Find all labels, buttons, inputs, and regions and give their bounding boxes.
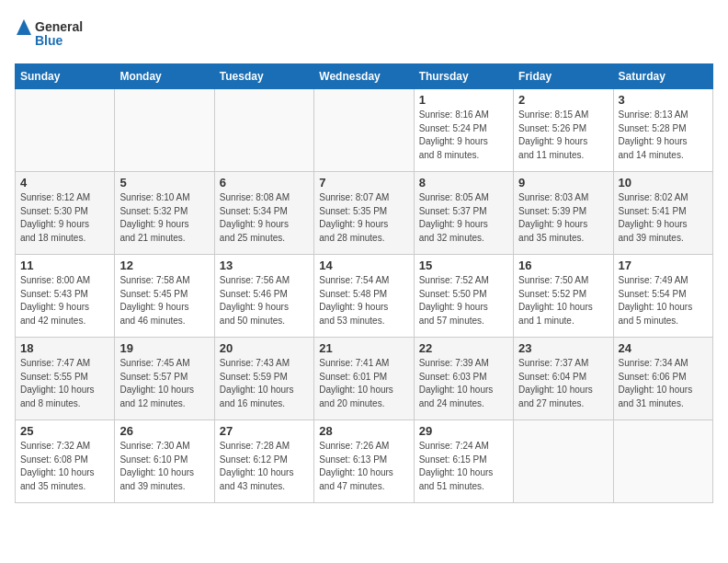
day-number: 1 [419,93,508,107]
day-number: 11 [20,259,109,272]
calendar-week-3: 11Sunrise: 8:00 AM Sunset: 5:43 PM Dayli… [16,255,713,338]
day-number: 26 [119,424,209,438]
day-info: Sunrise: 8:08 AM Sunset: 5:34 PM Dayligh… [220,191,309,245]
calendar-cell: 4Sunrise: 8:12 AM Sunset: 5:30 PM Daylig… [16,172,115,255]
day-number: 16 [518,259,608,272]
calendar-cell: 28Sunrise: 7:26 AM Sunset: 6:13 PM Dayli… [314,420,414,503]
day-number: 21 [319,341,408,355]
calendar-week-1: 1Sunrise: 8:16 AM Sunset: 5:24 PM Daylig… [16,89,713,172]
calendar-cell: 14Sunrise: 7:54 AM Sunset: 5:48 PM Dayli… [314,255,414,338]
calendar-cell: 27Sunrise: 7:28 AM Sunset: 6:12 PM Dayli… [214,420,313,503]
weekday-header-monday: Monday [115,64,214,89]
calendar-week-2: 4Sunrise: 8:12 AM Sunset: 5:30 PM Daylig… [16,172,713,255]
svg-marker-2 [17,19,31,35]
day-number: 24 [619,341,708,355]
calendar-cell: 1Sunrise: 8:16 AM Sunset: 5:24 PM Daylig… [414,89,513,172]
weekday-header-wednesday: Wednesday [314,64,414,89]
calendar-cell: 12Sunrise: 7:58 AM Sunset: 5:45 PM Dayli… [115,255,214,338]
day-number: 2 [518,93,608,107]
logo-svg: General Blue [15,15,88,56]
logo: General Blue [15,15,88,56]
day-info: Sunrise: 8:03 AM Sunset: 5:39 PM Dayligh… [518,191,608,245]
calendar-cell: 19Sunrise: 7:45 AM Sunset: 5:57 PM Dayli… [115,338,214,420]
day-number: 6 [220,176,309,190]
day-number: 5 [119,176,209,190]
day-number: 13 [220,259,309,272]
day-info: Sunrise: 8:00 AM Sunset: 5:43 PM Dayligh… [20,274,109,327]
calendar-cell: 22Sunrise: 7:39 AM Sunset: 6:03 PM Dayli… [414,338,513,420]
day-info: Sunrise: 7:34 AM Sunset: 6:06 PM Dayligh… [619,357,708,410]
calendar-week-5: 25Sunrise: 7:32 AM Sunset: 6:08 PM Dayli… [16,420,713,503]
day-info: Sunrise: 7:45 AM Sunset: 5:57 PM Dayligh… [119,357,209,410]
day-number: 19 [119,341,209,355]
calendar-cell: 23Sunrise: 7:37 AM Sunset: 6:04 PM Dayli… [514,338,613,420]
calendar-cell: 13Sunrise: 7:56 AM Sunset: 5:46 PM Dayli… [214,255,313,338]
svg-text:Blue: Blue [35,33,63,48]
day-info: Sunrise: 7:43 AM Sunset: 5:59 PM Dayligh… [220,357,309,410]
calendar-cell: 3Sunrise: 8:13 AM Sunset: 5:28 PM Daylig… [613,89,712,172]
calendar-cell: 5Sunrise: 8:10 AM Sunset: 5:32 PM Daylig… [115,172,214,255]
day-number: 12 [119,259,209,272]
calendar-cell: 6Sunrise: 8:08 AM Sunset: 5:34 PM Daylig… [214,172,313,255]
day-info: Sunrise: 8:13 AM Sunset: 5:28 PM Dayligh… [619,109,708,162]
day-number: 27 [220,424,309,438]
calendar-cell: 20Sunrise: 7:43 AM Sunset: 5:59 PM Dayli… [214,338,313,420]
day-number: 14 [319,259,408,272]
calendar-table: SundayMondayTuesdayWednesdayThursdayFrid… [15,63,713,503]
calendar-cell: 11Sunrise: 8:00 AM Sunset: 5:43 PM Dayli… [16,255,115,338]
day-number: 7 [319,176,408,190]
day-info: Sunrise: 7:37 AM Sunset: 6:04 PM Dayligh… [518,357,608,410]
calendar-cell: 2Sunrise: 8:15 AM Sunset: 5:26 PM Daylig… [514,89,613,172]
weekday-header-tuesday: Tuesday [214,64,313,89]
calendar-cell: 7Sunrise: 8:07 AM Sunset: 5:35 PM Daylig… [314,172,414,255]
day-info: Sunrise: 8:10 AM Sunset: 5:32 PM Dayligh… [119,191,209,245]
day-info: Sunrise: 7:47 AM Sunset: 5:55 PM Dayligh… [20,357,109,410]
calendar-cell [16,89,115,172]
page-header: General Blue [15,15,713,56]
calendar-cell: 29Sunrise: 7:24 AM Sunset: 6:15 PM Dayli… [414,420,513,503]
calendar-cell [115,89,214,172]
calendar-cell [514,420,613,503]
day-number: 10 [619,176,708,190]
day-number: 18 [20,341,109,355]
weekday-header-thursday: Thursday [414,64,513,89]
day-number: 9 [518,176,608,190]
calendar-cell [613,420,712,503]
day-info: Sunrise: 7:24 AM Sunset: 6:15 PM Dayligh… [419,440,508,493]
day-number: 29 [419,424,508,438]
day-info: Sunrise: 7:49 AM Sunset: 5:54 PM Dayligh… [619,274,708,327]
calendar-cell: 16Sunrise: 7:50 AM Sunset: 5:52 PM Dayli… [514,255,613,338]
calendar-cell: 21Sunrise: 7:41 AM Sunset: 6:01 PM Dayli… [314,338,414,420]
svg-text:General: General [35,19,83,34]
day-number: 8 [419,176,508,190]
day-info: Sunrise: 7:58 AM Sunset: 5:45 PM Dayligh… [119,274,209,327]
calendar-cell: 18Sunrise: 7:47 AM Sunset: 5:55 PM Dayli… [16,338,115,420]
calendar-cell: 15Sunrise: 7:52 AM Sunset: 5:50 PM Dayli… [414,255,513,338]
day-info: Sunrise: 7:52 AM Sunset: 5:50 PM Dayligh… [419,274,508,327]
day-number: 15 [419,259,508,272]
day-info: Sunrise: 8:15 AM Sunset: 5:26 PM Dayligh… [518,109,608,162]
calendar-week-4: 18Sunrise: 7:47 AM Sunset: 5:55 PM Dayli… [16,338,713,420]
day-info: Sunrise: 8:05 AM Sunset: 5:37 PM Dayligh… [419,191,508,245]
day-number: 17 [619,259,708,272]
day-number: 23 [518,341,608,355]
day-info: Sunrise: 7:30 AM Sunset: 6:10 PM Dayligh… [119,440,209,493]
day-info: Sunrise: 8:16 AM Sunset: 5:24 PM Dayligh… [419,109,508,162]
day-info: Sunrise: 7:39 AM Sunset: 6:03 PM Dayligh… [419,357,508,410]
calendar-cell: 17Sunrise: 7:49 AM Sunset: 5:54 PM Dayli… [613,255,712,338]
day-info: Sunrise: 8:12 AM Sunset: 5:30 PM Dayligh… [20,191,109,245]
weekday-header-friday: Friday [514,64,613,89]
day-info: Sunrise: 7:32 AM Sunset: 6:08 PM Dayligh… [20,440,109,493]
weekday-header-sunday: Sunday [16,64,115,89]
day-info: Sunrise: 7:54 AM Sunset: 5:48 PM Dayligh… [319,274,408,327]
calendar-cell: 25Sunrise: 7:32 AM Sunset: 6:08 PM Dayli… [16,420,115,503]
calendar-cell: 8Sunrise: 8:05 AM Sunset: 5:37 PM Daylig… [414,172,513,255]
day-number: 22 [419,341,508,355]
calendar-cell [214,89,313,172]
day-info: Sunrise: 7:41 AM Sunset: 6:01 PM Dayligh… [319,357,408,410]
day-number: 20 [220,341,309,355]
day-info: Sunrise: 7:26 AM Sunset: 6:13 PM Dayligh… [319,440,408,493]
day-info: Sunrise: 8:02 AM Sunset: 5:41 PM Dayligh… [619,191,708,245]
day-info: Sunrise: 8:07 AM Sunset: 5:35 PM Dayligh… [319,191,408,245]
calendar-cell: 26Sunrise: 7:30 AM Sunset: 6:10 PM Dayli… [115,420,214,503]
